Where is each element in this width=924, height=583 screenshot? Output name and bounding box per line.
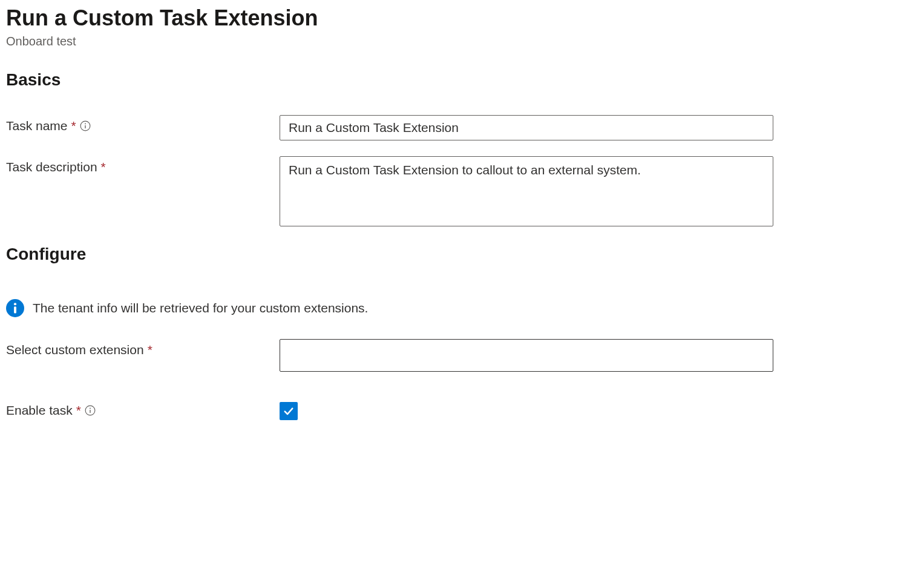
section-heading-basics: Basics bbox=[6, 70, 918, 90]
task-name-label-text: Task name bbox=[6, 119, 68, 133]
task-description-row: Task description * bbox=[6, 156, 918, 229]
svg-point-1 bbox=[85, 124, 86, 125]
task-description-label-text: Task description bbox=[6, 160, 97, 174]
task-description-input[interactable] bbox=[280, 156, 773, 226]
page-subtitle: Onboard test bbox=[6, 35, 918, 48]
info-banner: The tenant info will be retrieved for yo… bbox=[6, 299, 918, 317]
info-banner-text: The tenant info will be retrieved for yo… bbox=[33, 301, 368, 315]
svg-point-7 bbox=[90, 408, 91, 409]
enable-task-label: Enable task * bbox=[6, 402, 280, 418]
section-heading-configure: Configure bbox=[6, 245, 918, 264]
select-extension-row: Select custom extension * bbox=[6, 339, 918, 372]
info-icon[interactable] bbox=[80, 120, 91, 131]
required-marker: * bbox=[76, 403, 81, 418]
enable-task-row: Enable task * bbox=[6, 402, 918, 420]
select-extension-label: Select custom extension * bbox=[6, 339, 280, 357]
required-marker: * bbox=[148, 343, 152, 357]
task-name-row: Task name * bbox=[6, 115, 918, 140]
select-extension-label-text: Select custom extension bbox=[6, 343, 144, 357]
required-marker: * bbox=[71, 119, 76, 133]
enable-task-label-text: Enable task bbox=[6, 403, 73, 418]
info-filled-icon bbox=[6, 299, 24, 317]
required-marker: * bbox=[101, 160, 106, 174]
task-description-label: Task description * bbox=[6, 156, 280, 174]
task-name-input[interactable] bbox=[280, 115, 773, 140]
page-title: Run a Custom Task Extension bbox=[6, 5, 918, 31]
task-name-label: Task name * bbox=[6, 115, 280, 133]
info-icon[interactable] bbox=[85, 405, 96, 416]
svg-point-4 bbox=[14, 303, 16, 305]
enable-task-checkbox[interactable] bbox=[280, 402, 298, 420]
select-extension-input[interactable] bbox=[280, 339, 773, 372]
svg-rect-5 bbox=[14, 306, 16, 313]
